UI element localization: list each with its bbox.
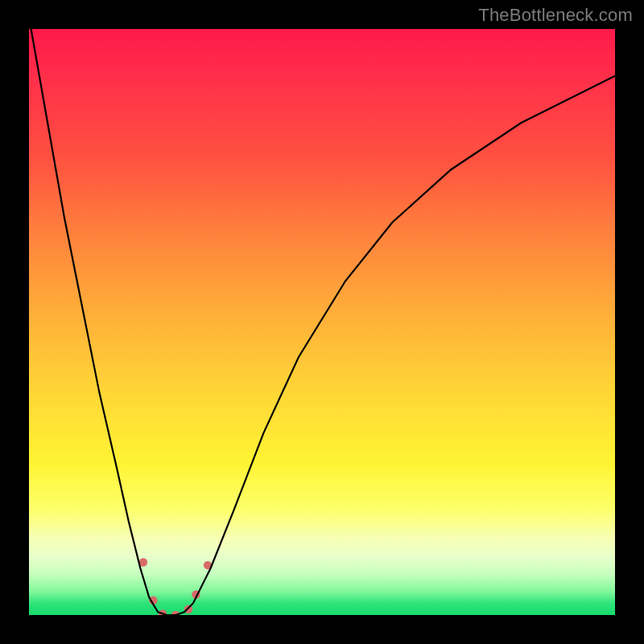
bottleneck-curve — [29, 29, 615, 615]
plot-area — [29, 29, 615, 615]
chart-frame: TheBottleneck.com — [0, 0, 644, 644]
chart-svg — [29, 29, 615, 615]
watermark-text: TheBottleneck.com — [478, 5, 633, 26]
